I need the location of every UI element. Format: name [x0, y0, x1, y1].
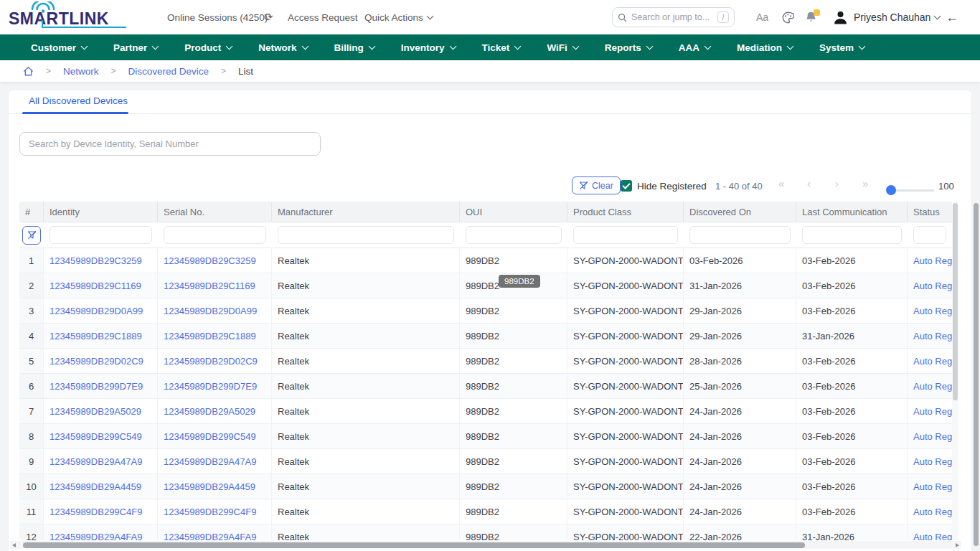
identity-link[interactable]: 12345989DB29D0A99: [50, 306, 143, 316]
serial-link[interactable]: 12345989DB29A4FA9: [164, 532, 256, 541]
table-row[interactable]: 7 12345989DB29A5029 12345989DB29A5029 Re…: [19, 399, 952, 424]
nav-item[interactable]: WiFi: [547, 42, 578, 53]
filter-serial-input[interactable]: [164, 226, 266, 244]
nav-item[interactable]: Inventory: [401, 42, 456, 53]
column-header[interactable]: OUI: [460, 202, 567, 222]
serial-link[interactable]: 12345989DB29C1169: [164, 281, 255, 291]
identity-link[interactable]: 12345989DB299C549: [50, 431, 142, 442]
device-search-input[interactable]: [19, 132, 321, 156]
status-link[interactable]: Auto Regis: [913, 306, 952, 316]
nav-item[interactable]: Mediation: [737, 42, 793, 53]
text-size-control[interactable]: Aa: [756, 0, 768, 34]
scrollbar-thumb[interactable]: [974, 203, 979, 546]
status-link[interactable]: Auto Regis: [913, 331, 952, 342]
nav-item[interactable]: Reports: [605, 42, 652, 53]
column-header[interactable]: Serial No.: [158, 202, 272, 222]
first-page-button[interactable]: «: [778, 177, 784, 189]
serial-link[interactable]: 12345989DB29A47A9: [164, 456, 256, 467]
identity-link[interactable]: 12345989DB29A47A9: [50, 456, 142, 467]
identity-link[interactable]: 12345989DB29D02C9: [50, 356, 143, 367]
scrollbar-thumb[interactable]: [23, 542, 805, 548]
table-row[interactable]: 4 12345989DB29C1889 12345989DB29C1889 Re…: [19, 324, 952, 349]
filter-manufacturer-input[interactable]: [278, 226, 454, 244]
column-header[interactable]: Discovered On: [684, 202, 796, 222]
refresh-icon[interactable]: ⟳: [264, 0, 273, 34]
user-menu[interactable]: Priyesh Chauhan: [854, 0, 940, 34]
status-link[interactable]: Auto Regis: [913, 532, 952, 541]
filter-status-input[interactable]: [913, 226, 946, 244]
nav-item[interactable]: Product: [184, 42, 232, 53]
identity-link[interactable]: 12345989DB29A5029: [50, 406, 141, 417]
nav-item[interactable]: Ticket: [482, 42, 521, 53]
status-link[interactable]: Auto Regis: [913, 356, 952, 367]
theme-palette-icon[interactable]: [782, 0, 794, 34]
smartlink-logo[interactable]: SMARTLINK: [9, 3, 131, 33]
identity-link[interactable]: 12345989DB29C3259: [50, 255, 142, 266]
online-sessions[interactable]: Online Sessions (4250): [167, 0, 268, 34]
serial-link[interactable]: 12345989DB29D02C9: [164, 356, 258, 367]
identity-link[interactable]: 12345989DB29C1889: [50, 331, 142, 342]
table-vertical-scrollbar[interactable]: [952, 202, 958, 540]
table-row[interactable]: 2 12345989DB29C1169 12345989DB29C1169 Re…: [19, 273, 952, 298]
status-link[interactable]: Auto Regis: [913, 507, 952, 517]
global-search-input[interactable]: Search or jump to... /: [612, 7, 735, 27]
status-link[interactable]: Auto Regis: [913, 281, 952, 291]
nav-item[interactable]: Customer: [31, 42, 87, 53]
identity-link[interactable]: 12345989DB29C1169: [50, 281, 141, 291]
clear-filters-button[interactable]: Clear: [572, 176, 621, 194]
serial-link[interactable]: 12345989DB299C549: [164, 431, 256, 442]
back-arrow-button[interactable]: ←: [946, 0, 958, 34]
serial-link[interactable]: 12345989DB29D0A99: [164, 306, 257, 316]
column-header[interactable]: Last Communication: [796, 202, 908, 222]
table-row[interactable]: 11 12345989DB299C4F9 12345989DB299C4F9 R…: [19, 499, 952, 524]
next-page-button[interactable]: ›: [835, 177, 839, 189]
nav-item[interactable]: Billing: [334, 42, 374, 53]
nav-item[interactable]: System: [819, 42, 864, 53]
notifications-bell[interactable]: [805, 0, 818, 34]
hide-registered-checkbox[interactable]: [621, 180, 632, 192]
nav-item[interactable]: Network: [258, 42, 307, 53]
column-header[interactable]: Manufacturer: [272, 202, 460, 222]
prev-page-button[interactable]: ‹: [807, 177, 811, 189]
scroll-right-arrow[interactable]: [956, 543, 959, 547]
table-row[interactable]: 10 12345989DB29A4459 12345989DB29A4459 R…: [19, 474, 952, 499]
horizontal-scrollbar[interactable]: [10, 541, 961, 549]
status-link[interactable]: Auto Regis: [913, 481, 952, 492]
serial-link[interactable]: 12345989DB299C4F9: [164, 507, 256, 517]
column-header[interactable]: Identity: [44, 202, 158, 222]
filter-last-communication-input[interactable]: [802, 226, 902, 244]
table-row[interactable]: 5 12345989DB29D02C9 12345989DB29D02C9 Re…: [19, 349, 952, 374]
status-link[interactable]: Auto Regis: [913, 255, 952, 266]
filter-toggle-button[interactable]: [22, 226, 41, 245]
home-icon[interactable]: [23, 66, 34, 77]
nav-item[interactable]: AAA: [679, 42, 710, 53]
serial-link[interactable]: 12345989DB29C3259: [164, 255, 256, 266]
column-header[interactable]: #: [19, 202, 44, 222]
quick-actions-menu[interactable]: Quick Actions: [364, 0, 433, 34]
scrollbar-thumb[interactable]: [953, 203, 958, 400]
serial-link[interactable]: 12345989DB299D7E9: [164, 381, 257, 392]
breadcrumb-discovered-device[interactable]: Discovered Device: [128, 66, 209, 77]
page-vertical-scrollbar[interactable]: [973, 203, 979, 551]
status-link[interactable]: Auto Regis: [913, 406, 952, 417]
page-size-slider-thumb[interactable]: [886, 185, 896, 195]
user-avatar[interactable]: [833, 0, 848, 34]
status-link[interactable]: Auto Regis: [913, 456, 952, 467]
identity-link[interactable]: 12345989DB29A4459: [50, 481, 141, 492]
serial-link[interactable]: 12345989DB29C1889: [164, 331, 256, 342]
serial-link[interactable]: 12345989DB29A4459: [164, 481, 255, 492]
table-row[interactable]: 3 12345989DB29D0A99 12345989DB29D0A99 Re…: [19, 298, 952, 324]
status-link[interactable]: Auto Regis: [913, 431, 952, 442]
column-header[interactable]: Product Class: [567, 202, 684, 222]
table-row[interactable]: 9 12345989DB29A47A9 12345989DB29A47A9 Re…: [19, 449, 952, 474]
page-size-slider-track[interactable]: [890, 189, 934, 192]
table-row[interactable]: 1 12345989DB29C3259 12345989DB29C3259 Re…: [19, 248, 952, 273]
breadcrumb-network[interactable]: Network: [63, 66, 99, 77]
filter-identity-input[interactable]: [50, 226, 152, 244]
table-row[interactable]: 8 12345989DB299C549 12345989DB299C549 Re…: [19, 424, 952, 449]
table-row[interactable]: 12 12345989DB29A4FA9 12345989DB29A4FA9 R…: [19, 524, 952, 540]
column-header[interactable]: Status: [908, 202, 952, 222]
tab-all-discovered-devices[interactable]: All Discovered Devices: [29, 95, 128, 106]
nav-item[interactable]: Partner: [113, 42, 158, 53]
last-page-button[interactable]: »: [862, 177, 868, 189]
